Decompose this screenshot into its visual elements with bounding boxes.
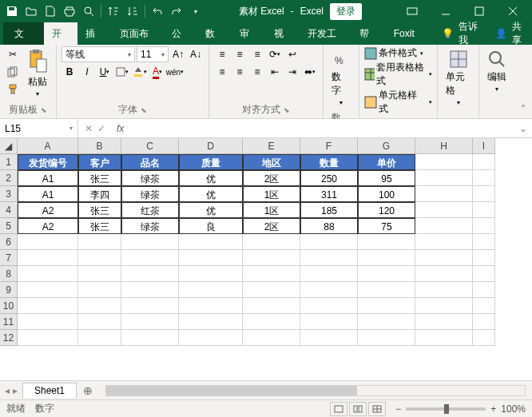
cell[interactable]: 质量 — [179, 154, 243, 170]
cells-button[interactable]: 单元格▾ — [443, 46, 474, 109]
underline-icon[interactable]: U▾ — [97, 64, 113, 80]
cell[interactable]: 单价 — [358, 154, 415, 170]
select-all-corner[interactable]: ◢ — [0, 138, 18, 154]
cell[interactable] — [121, 250, 179, 266]
expand-formula-icon[interactable]: ⌄ — [514, 123, 532, 134]
cell[interactable] — [473, 218, 495, 234]
cell[interactable] — [243, 266, 300, 282]
cell[interactable] — [415, 186, 473, 202]
align-bottom-icon[interactable]: ≡ — [249, 46, 265, 62]
cell[interactable] — [121, 282, 179, 298]
cell[interactable] — [415, 298, 473, 314]
font-size-dropdown[interactable]: 11▾ — [137, 46, 169, 62]
zoom-level[interactable]: 100% — [501, 403, 526, 415]
format-painter-icon[interactable] — [5, 81, 21, 97]
cell[interactable] — [300, 250, 358, 266]
cut-icon[interactable]: ✂ — [5, 46, 21, 62]
cell[interactable]: 张三 — [78, 202, 121, 218]
cell[interactable] — [300, 282, 358, 298]
cell[interactable]: 优 — [179, 170, 243, 186]
cell[interactable]: 2区 — [243, 218, 300, 234]
cell[interactable]: 95 — [358, 170, 415, 186]
decrease-indent-icon[interactable]: ⇤ — [267, 64, 283, 80]
cell[interactable] — [179, 234, 243, 250]
cell[interactable] — [78, 250, 121, 266]
cancel-formula-icon[interactable]: ✕ — [85, 123, 93, 134]
cell[interactable] — [473, 298, 495, 314]
cell[interactable] — [243, 298, 300, 314]
cell[interactable] — [358, 266, 415, 282]
tab-home[interactable]: 开始 — [44, 22, 78, 45]
align-middle-icon[interactable]: ≡ — [232, 46, 248, 62]
orientation-icon[interactable]: ⟳▾ — [267, 46, 283, 62]
cell[interactable]: 优 — [179, 186, 243, 202]
cell[interactable] — [358, 330, 415, 346]
cell[interactable] — [473, 202, 495, 218]
clipboard-dialog-icon[interactable]: ⬊ — [41, 106, 47, 114]
tab-file[interactable]: 文件 — [3, 22, 44, 45]
cell[interactable]: 良 — [179, 218, 243, 234]
tab-help[interactable]: 帮助 — [351, 22, 386, 45]
cell[interactable]: 张三 — [78, 170, 121, 186]
tab-foxit[interactable]: Foxit PDF — [386, 22, 442, 45]
ribbon-options-icon[interactable] — [396, 2, 428, 20]
maximize-icon[interactable] — [463, 2, 495, 20]
column-header[interactable]: A — [18, 138, 78, 154]
cell[interactable] — [415, 250, 473, 266]
column-header[interactable]: D — [179, 138, 243, 154]
cell[interactable]: 88 — [300, 218, 358, 234]
cell[interactable] — [121, 314, 179, 330]
cell[interactable] — [18, 298, 78, 314]
cell-styles-button[interactable]: 单元格样式▾ — [364, 89, 433, 116]
cell[interactable] — [300, 330, 358, 346]
row-header[interactable]: 1 — [0, 154, 18, 170]
cell[interactable]: 绿茶 — [121, 170, 179, 186]
cell-grid[interactable]: ◢ABCDEFGHI1发货编号客户品名质量地区数量单价2A1张三绿茶优2区250… — [0, 138, 532, 346]
italic-icon[interactable]: I — [79, 64, 95, 80]
wrap-text-icon[interactable]: ↩ — [284, 46, 300, 62]
cell[interactable] — [18, 314, 78, 330]
cell[interactable]: A1 — [18, 170, 78, 186]
column-header[interactable]: I — [473, 138, 495, 154]
cell[interactable] — [415, 218, 473, 234]
cell[interactable] — [18, 282, 78, 298]
align-dialog-icon[interactable]: ⬊ — [284, 106, 290, 114]
normal-view-icon[interactable] — [330, 402, 347, 416]
row-header[interactable]: 10 — [0, 298, 18, 314]
cell[interactable] — [415, 282, 473, 298]
row-header[interactable]: 8 — [0, 266, 18, 282]
cell[interactable]: 绿茶 — [121, 218, 179, 234]
cell[interactable]: 李四 — [78, 186, 121, 202]
cell[interactable] — [473, 154, 495, 170]
cell[interactable] — [300, 266, 358, 282]
cell[interactable] — [358, 314, 415, 330]
bold-icon[interactable]: B — [62, 64, 77, 80]
merge-icon[interactable]: ⬌▾ — [302, 64, 318, 80]
cell[interactable]: 1区 — [243, 202, 300, 218]
sheet-nav-prev-icon[interactable]: ◂ — [5, 385, 10, 396]
phonetic-icon[interactable]: wén▾ — [167, 64, 183, 80]
column-header[interactable]: C — [121, 138, 179, 154]
sort-desc-icon[interactable] — [124, 2, 141, 20]
increase-indent-icon[interactable]: ⇥ — [284, 64, 300, 80]
cell[interactable] — [415, 154, 473, 170]
cell[interactable] — [179, 330, 243, 346]
cell[interactable] — [473, 266, 495, 282]
cell[interactable] — [243, 330, 300, 346]
enter-formula-icon[interactable]: ✓ — [97, 123, 105, 134]
tellme-icon[interactable]: 💡 — [442, 28, 454, 39]
cell[interactable] — [121, 266, 179, 282]
cell[interactable]: 数量 — [300, 154, 358, 170]
new-icon[interactable] — [42, 2, 59, 20]
cell[interactable] — [243, 314, 300, 330]
cell[interactable]: 品名 — [121, 154, 179, 170]
row-header[interactable]: 7 — [0, 250, 18, 266]
cell[interactable] — [300, 314, 358, 330]
cell[interactable]: 发货编号 — [18, 154, 78, 170]
paste-button[interactable]: 粘贴 ▾ — [24, 46, 51, 101]
cell[interactable] — [415, 266, 473, 282]
undo-icon[interactable] — [149, 2, 166, 20]
tab-review[interactable]: 审阅 — [232, 22, 266, 45]
share-button[interactable]: 共享 — [512, 20, 529, 47]
name-box[interactable]: ▾ — [0, 119, 78, 137]
